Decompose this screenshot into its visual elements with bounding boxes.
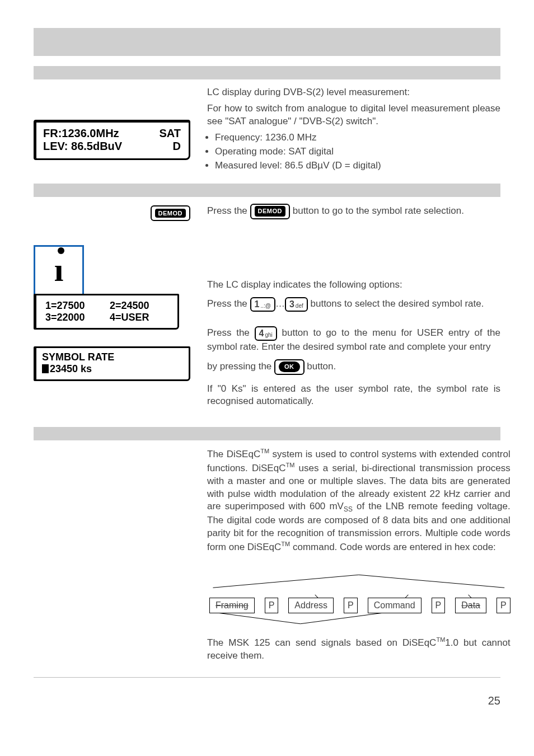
demod-key-label: DEMOD <box>155 209 186 218</box>
cursor-block-icon <box>42 364 49 373</box>
lc-options-line: The LC display indicates the following o… <box>207 279 500 292</box>
lcd-display-box: FR:1236.0MHz SAT LEV: 86.5dBuV D <box>34 120 190 160</box>
diagram-p: P <box>265 598 279 613</box>
svg-line-1 <box>359 575 504 588</box>
bullet-frequency: Frequency: 1236.0 MHz <box>215 132 500 144</box>
text-fragment: button to go to the symbol rate selectio… <box>293 205 464 216</box>
lcd-line2-left: LEV: 86.5dBuV <box>43 140 122 153</box>
lc-display-intro: LC display during DVB-S(2) level measure… <box>207 86 500 99</box>
text-fragment: … <box>275 298 285 309</box>
msk-closing: The MSK 125 can send signals based on Di… <box>207 636 510 663</box>
demod-key-label: DEMOD <box>255 206 285 217</box>
option-1: 1=27500 <box>42 300 106 312</box>
diagram-p: P <box>432 598 446 613</box>
svg-line-3 <box>301 612 388 624</box>
diagram-command: Command <box>368 598 421 613</box>
diagram-data: Data <box>455 598 486 613</box>
section-divider <box>34 66 500 79</box>
svg-line-0 <box>213 575 358 588</box>
switch-instruction: For how to switch from analogue to digit… <box>207 102 500 128</box>
key-4: 4ghi <box>255 326 277 341</box>
key-1-sub: ..:@ <box>260 302 271 310</box>
key-3-sub: def <box>296 302 303 310</box>
key-4-number: 4 <box>259 327 264 340</box>
key-4-sub: ghi <box>265 331 272 339</box>
section-divider <box>34 427 500 440</box>
key-ok: OK <box>274 359 305 375</box>
bullet-operating-mode: Operating mode: SAT digital <box>215 145 500 158</box>
demod-key-left: DEMOD <box>151 205 190 221</box>
key-3-number: 3 <box>289 298 294 311</box>
text-fragment: by pressing the <box>207 361 274 372</box>
key-1-number: 1 <box>255 298 260 311</box>
svg-line-2 <box>213 612 300 624</box>
symbol-rate-value: 23450 ks <box>50 363 92 374</box>
diagram-framing: Framing <box>209 598 255 613</box>
text-fragment: Press the <box>207 205 250 216</box>
diagram-p: P <box>344 598 358 613</box>
info-icon-box: ı <box>34 245 84 295</box>
diseqc-paragraph: The DiSEqCTM system is used to control s… <box>207 447 510 553</box>
symbol-rate-title: SYMBOL RATE <box>42 351 182 363</box>
press-ok-instruction: by pressing the OK button. <box>207 359 500 375</box>
diagram-address: Address <box>288 598 334 613</box>
option-3: 3=22000 <box>42 312 106 323</box>
footer-rule <box>34 677 500 678</box>
header-band <box>34 28 500 56</box>
page-number: 25 <box>34 694 500 707</box>
text-fragment: Press the <box>207 298 250 309</box>
key-3: 3def <box>285 297 308 312</box>
text-fragment: button. <box>307 361 336 372</box>
text-fragment: buttons to select the desired symbol rat… <box>311 298 484 309</box>
symbol-rate-entry: SYMBOL RATE 23450 ks <box>34 346 190 381</box>
key-ok-label: OK <box>279 361 300 372</box>
section-divider <box>34 184 500 197</box>
lcd-line1-right: SAT <box>159 127 181 140</box>
info-icon: ı <box>54 251 64 289</box>
demod-key-inline: DEMOD <box>250 204 290 219</box>
bullet-measured-level: Measured level: 86.5 dBµV (D = digital) <box>215 159 500 172</box>
lcd-line1-left: FR:1236.0MHz <box>43 127 119 140</box>
auto-recognition-note: If "0 Ks" is entered as the user symbol … <box>207 383 500 408</box>
press-demod-instruction: Press the DEMOD button to go to the symb… <box>207 204 500 219</box>
press-4-instruction: Press the 4ghi button to go to the menu … <box>207 326 500 354</box>
diagram-p: P <box>496 598 510 613</box>
lcd-line2-right: D <box>173 140 181 153</box>
press-1-3-instruction: Press the 1..:@ … 3def buttons to select… <box>207 297 500 312</box>
option-2: 2=24500 <box>106 300 171 312</box>
text-fragment: Press the <box>207 327 255 338</box>
codeword-diagram: Framing P Address P Command P Data P <box>207 570 510 613</box>
symbol-rate-options: 1=27500 2=24500 3=22000 4=USER <box>34 294 179 330</box>
key-1: 1..:@ <box>250 297 275 312</box>
option-4: 4=USER <box>106 312 171 323</box>
